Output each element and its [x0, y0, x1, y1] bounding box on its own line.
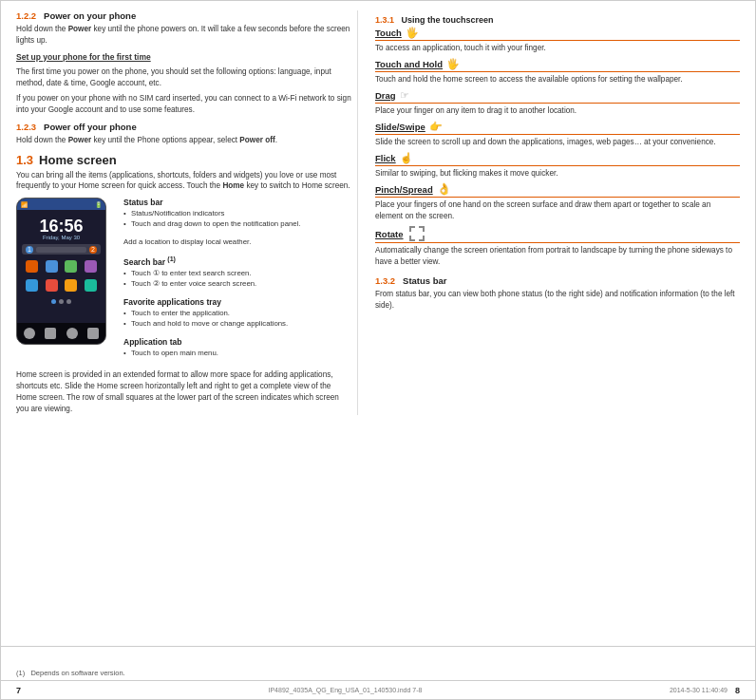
dot-1 — [59, 299, 64, 304]
touch-hold-icon: 🖐 — [446, 58, 460, 70]
slide-row: Slide/Swipe 👉 — [375, 121, 740, 135]
pinch-icon: 👌 — [437, 182, 451, 196]
rotate-label: Rotate — [375, 229, 404, 239]
section-13-p2: Home screen is provided in an extended f… — [16, 369, 351, 415]
callout-fav-b1: Touch to enter the application. — [123, 309, 351, 319]
callout-weather-text: Add a location to display local weather. — [123, 237, 351, 248]
main-content: 1.2.2 Power on your phone Hold down the … — [1, 1, 755, 646]
drag-icon: ☞ — [400, 89, 409, 102]
section-132-p1: From status bar, you can view both phone… — [375, 289, 740, 312]
pinch-row: Pinch/Spread 👌 — [375, 182, 740, 198]
flick-row: Flick ☝ — [375, 152, 740, 166]
dot-2 — [66, 299, 71, 304]
callout-status-b2: Touch and drag down to open the notifica… — [123, 219, 351, 230]
footnote-text: Depends on software version. — [30, 669, 124, 677]
rotate-row: Rotate — [375, 226, 740, 243]
date-info: 2014-5-30 11:40:49 — [670, 687, 728, 693]
footnote: (1) Depends on software version. — [16, 669, 740, 677]
footer: (1) Depends on software version. — [1, 646, 755, 680]
flick-icon: ☝ — [400, 152, 413, 164]
touch-label: Touch — [375, 28, 402, 38]
callout-search-b2: Touch ② to enter voice search screen. — [123, 279, 351, 290]
setup-title: Set up your phone for the first time — [16, 51, 351, 63]
callout-search-bar: Search bar (1) Touch ① to enter text sea… — [123, 255, 351, 290]
section-13-heading: 1.3 Home screen — [16, 153, 351, 167]
touch-section: Touch 🖐 To access an application, touch … — [375, 27, 740, 54]
section-132-heading: 1.3.2 Status bar — [375, 275, 740, 287]
callout-status-bar: Status bar Status/Notification indicator… — [123, 198, 351, 230]
phone-search-bar: 1 2 — [22, 244, 101, 255]
phone-mockup: 📶 🔋 16:56 Friday, May 30 1 2 — [16, 198, 106, 345]
drag-section: Drag ☞ Place your finger on any item to … — [375, 89, 740, 117]
drag-desc: Place your finger on any item to drag it… — [375, 105, 740, 117]
phone-bottom-bar — [17, 323, 105, 344]
callout-fav-tray: Favorite applications tray Touch to ente… — [123, 297, 351, 330]
app-icon-4 — [85, 260, 97, 273]
search-circle-2: 2 — [89, 246, 97, 254]
search-bar-fill — [36, 247, 86, 253]
section-122-heading: 1.2.2 Power on your phone — [16, 10, 351, 21]
drag-row: Drag ☞ — [375, 89, 740, 104]
callout-area: Status bar Status/Notification indicator… — [116, 198, 351, 366]
slide-desc: Slide the screen to scroll up and down t… — [375, 137, 740, 148]
slide-section: Slide/Swipe 👉 Slide the screen to scroll… — [375, 121, 740, 148]
flick-label: Flick — [375, 153, 396, 163]
touch-hold-desc: Touch and hold the home screen to access… — [375, 74, 740, 85]
touch-desc: To access an application, touch it with … — [375, 43, 740, 54]
callout-weather: Add a location to display local weather. — [123, 237, 351, 248]
app-icon-2 — [46, 260, 58, 273]
phone-section: 📶 🔋 16:56 Friday, May 30 1 2 — [16, 198, 351, 366]
section-131-heading: 1.3.1 Using the touchscreen — [375, 15, 740, 25]
section-122-p1: Hold down the Power key until the phone … — [16, 24, 351, 47]
callout-app-tab-title: Application tab — [123, 337, 351, 347]
rotate-section: Rotate Automatically change the screen o… — [375, 226, 740, 268]
phone-date: Friday, May 30 — [17, 235, 105, 240]
pinch-label: Pinch/Spread — [375, 184, 433, 195]
phone-apps-row-2 — [17, 277, 105, 293]
app-icon-7 — [65, 279, 77, 292]
section-122-title: Power on your phone — [44, 10, 136, 21]
phone-status-bar: 📶 🔋 — [17, 199, 105, 210]
app-icon-8 — [85, 279, 97, 292]
nav-icon-3 — [66, 328, 78, 339]
page-container: 1.2.2 Power on your phone Hold down the … — [0, 0, 756, 700]
section-123-heading: 1.2.3 Power off your phone — [16, 122, 351, 132]
app-icon-3 — [65, 260, 77, 273]
nav-icon-1 — [24, 328, 35, 339]
doc-file-info: IP4892_4035A_QG_Eng_USA_01_140530.indd 7… — [21, 687, 670, 693]
section-122-num: 1.2.2 — [16, 10, 36, 21]
flick-desc: Similar to swiping, but flicking makes i… — [375, 168, 740, 180]
pinch-desc: Place your fingers of one hand on the sc… — [375, 199, 740, 222]
bottom-bar: 7 IP4892_4035A_QG_Eng_USA_01_140530.indd… — [1, 680, 755, 699]
slide-icon: 👉 — [429, 121, 443, 133]
callout-fav-title: Favorite applications tray — [123, 297, 351, 307]
phone-time: 16:56 — [17, 218, 105, 235]
touch-hold-label: Touch and Hold — [375, 59, 443, 69]
phone-apps-row-1 — [17, 258, 105, 274]
touch-row: Touch 🖐 — [375, 27, 740, 41]
touch-hold-row: Touch and Hold 🖐 — [375, 58, 740, 72]
app-icon-6 — [46, 279, 58, 292]
nav-icon-2 — [45, 328, 56, 339]
section-123-p1: Hold down the Power key until the Phone … — [16, 135, 351, 146]
pinch-section: Pinch/Spread 👌 Place your fingers of one… — [375, 182, 740, 222]
rotate-desc: Automatically change the screen orientat… — [375, 245, 740, 268]
touch-hold-section: Touch and Hold 🖐 Touch and hold the home… — [375, 58, 740, 85]
callout-fav-b2: Touch and hold to move or change applica… — [123, 319, 351, 330]
right-column: 1.3.1 Using the touchscreen Touch 🖐 To a… — [375, 10, 740, 642]
app-icon-5 — [26, 279, 38, 292]
callout-status-title: Status bar — [123, 198, 351, 207]
search-circle-1: 1 — [26, 246, 33, 254]
left-col-inner: 1.2.2 Power on your phone Hold down the … — [16, 10, 358, 415]
page-right-num: 8 — [735, 686, 740, 695]
footnote-num: (1) — [16, 669, 25, 677]
left-column: 1.2.2 Power on your phone Hold down the … — [16, 10, 358, 642]
setup-p1: The first time you power on the phone, y… — [16, 66, 351, 89]
section-13-p1: You can bring all the items (application… — [16, 170, 351, 193]
rotate-icon — [409, 226, 425, 241]
callout-app-tab: Application tab Touch to open main menu. — [123, 337, 351, 359]
setup-p2: If you power on your phone with no SIM c… — [16, 93, 351, 116]
slide-label: Slide/Swipe — [375, 122, 425, 132]
callout-app-tab-b1: Touch to open main menu. — [123, 349, 351, 359]
app-icon-1 — [26, 260, 38, 273]
